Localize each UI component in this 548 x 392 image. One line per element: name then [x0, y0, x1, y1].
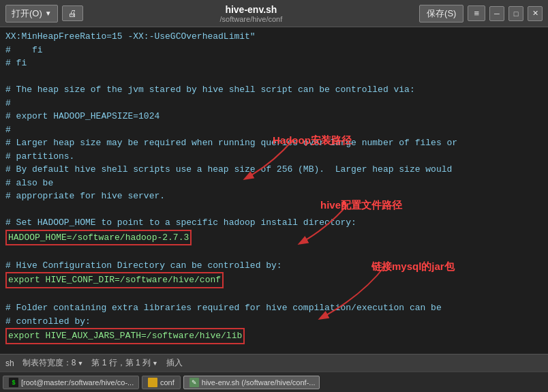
editor-line: export HIVE_AUX_JARS_PATH=/software/hive… [5, 328, 543, 344]
editor-line [5, 288, 543, 302]
editor-line: # controlled by: [5, 315, 543, 329]
editor-line: export HIVE_CONF_DIR=/software/hive/conf [5, 272, 543, 288]
highlighted-code: export HIVE_CONF_DIR=/software/hive/conf [5, 272, 224, 288]
titlebar-center: hive-env.sh /software/hive/conf [83, 4, 419, 23]
open-arrow-icon: ▼ [45, 10, 52, 17]
titlebar-right: 保存(S) ≡ ─ □ ✕ [419, 5, 543, 22]
maximize-button[interactable]: □ [508, 6, 523, 21]
editor-line: # Hive Configuration Directory can be co… [5, 259, 543, 273]
position-indicator[interactable]: 第 1 行，第 1 列 ▼ [91, 357, 158, 369]
position-arrow-icon: ▼ [152, 360, 158, 367]
open-button[interactable]: 打开(O) ▼ [5, 5, 58, 22]
minimize-button[interactable]: ─ [489, 6, 504, 21]
folder-icon [148, 378, 157, 387]
editor-line: # export HADOOP_HEAPSIZE=1024 [5, 110, 543, 123]
editor-line: XX:MinHeapFreeRatio=15 -XX:-UseGCOverhea… [5, 30, 543, 44]
mode-label: 插入 [166, 357, 183, 369]
taskbar-terminal-label: [root@master:/software/hive/co-... [21, 378, 134, 387]
editor-line: # [5, 97, 543, 110]
editor-line: # appropriate for hive server. [5, 190, 543, 203]
menu-button[interactable]: ≡ [468, 5, 485, 21]
open-label: 打开(O) [12, 7, 42, 20]
editor-line: # also be [5, 177, 543, 190]
taskbar: $ [root@master:/software/hive/co-... con… [0, 372, 548, 392]
taskbar-hive-env-label: hive-env.sh (/software/hive/conf-... [202, 378, 316, 387]
editor-line: # Set HADOOP_HOME to point to a specific… [5, 216, 543, 230]
editor-line: # Larger heap size may be required when … [5, 136, 543, 150]
editor-line: # The heap size of the jvm stared by hiv… [5, 83, 543, 97]
position-label: 第 1 行，第 1 列 [91, 357, 151, 369]
taskbar-conf-folder[interactable]: conf [142, 376, 181, 389]
titlebar: 打开(O) ▼ 🖨 hive-env.sh /software/hive/con… [0, 0, 548, 27]
editor-line [5, 245, 543, 259]
taskbar-hive-env[interactable]: ✎ hive-env.sh (/software/hive/conf-... 1… [183, 376, 320, 389]
print-icon: 🖨 [68, 8, 77, 18]
editor-line: HADOOP_HOME=/software/hadoop-2.7.3 [5, 230, 543, 246]
title-path: /software/hive/conf [83, 15, 419, 23]
lang-indicator: sh [5, 359, 14, 368]
tab-width-label: 制表符宽度：8 [22, 357, 76, 369]
editor-line: # partitions. [5, 150, 543, 164]
editor-lines: XX:MinHeapFreeRatio=15 -XX:-UseGCOverhea… [5, 30, 543, 344]
editor-line: # Folder containing extra libraries requ… [5, 301, 543, 315]
mode-indicator: 插入 [166, 357, 183, 369]
highlighted-code: export HIVE_AUX_JARS_PATH=/software/hive… [5, 328, 245, 344]
print-button[interactable]: 🖨 [62, 5, 83, 21]
tab-width-arrow-icon: ▼ [77, 360, 83, 367]
statusbar: sh 制表符宽度：8 ▼ 第 1 行，第 1 列 ▼ 插入 [0, 354, 548, 372]
editor-line: # [5, 123, 543, 137]
close-button[interactable]: ✕ [528, 6, 543, 21]
editor-line: # fi [5, 44, 543, 57]
file-icon: ✎ [189, 378, 199, 387]
terminal-icon: $ [9, 378, 18, 387]
editor-line: # fi [5, 57, 543, 70]
editor: XX:MinHeapFreeRatio=15 -XX:-UseGCOverhea… [0, 27, 548, 354]
taskbar-terminal[interactable]: $ [root@master:/software/hive/co-... [3, 376, 139, 389]
editor-line: # By default hive shell scripts use a he… [5, 163, 543, 177]
lang-label: sh [5, 359, 14, 368]
highlighted-code: HADOOP_HOME=/software/hadoop-2.7.3 [5, 230, 192, 246]
editor-line [5, 70, 543, 84]
taskbar-conf-label: conf [160, 378, 174, 387]
titlebar-left: 打开(O) ▼ 🖨 [5, 5, 83, 22]
editor-line [5, 203, 543, 217]
save-button[interactable]: 保存(S) [419, 5, 463, 22]
tab-width-selector[interactable]: 制表符宽度：8 ▼ [22, 357, 84, 369]
title-filename: hive-env.sh [83, 4, 419, 15]
